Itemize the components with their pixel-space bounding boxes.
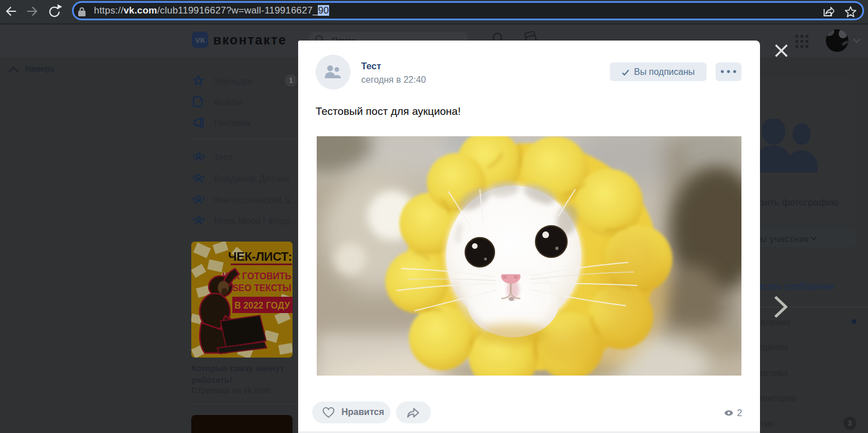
svg-text:ЧЕК-ЛИСТ:: ЧЕК-ЛИСТ: [228,249,292,264]
svg-text:SEO ТЕКСТЫ: SEO ТЕКСТЫ [232,283,291,293]
svg-text:В 2022 ГОДУ: В 2022 ГОДУ [235,301,291,310]
